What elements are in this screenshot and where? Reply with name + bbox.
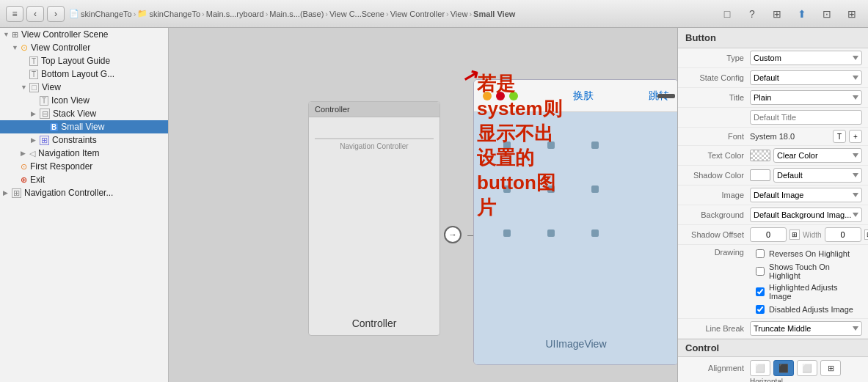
reverses-on-highlight-row: Reverses On Highlight xyxy=(750,246,862,261)
nav-controller-arrow: ▶ xyxy=(3,189,12,196)
shadow-h-stepper[interactable]: ⊞ xyxy=(864,229,868,240)
prop-row-line-break: Line Break Truncate Middle xyxy=(678,319,868,339)
upload-icon[interactable]: ⬆ xyxy=(792,6,812,22)
breadcrumb-item-3[interactable]: Main.s...ryboard xyxy=(206,10,264,18)
text-color-value-wrap: Clear Color xyxy=(750,148,862,163)
background-select[interactable]: Default Background Imag... xyxy=(750,207,862,222)
inspector-icon[interactable]: □ xyxy=(717,6,737,22)
traffic-light-green xyxy=(509,92,518,100)
sidebar-toggle[interactable]: ≡ xyxy=(6,6,23,22)
stack-view-icon: ⊟ xyxy=(40,109,50,119)
breadcrumb-item-2[interactable]: skinChangeTo xyxy=(149,10,200,18)
breadcrumb-item-5[interactable]: View C...Scene xyxy=(329,10,384,18)
text-color-select[interactable]: Clear Color xyxy=(773,148,862,163)
shadow-color-select[interactable]: Default xyxy=(773,168,862,183)
breadcrumb-item-1[interactable]: skinChangeTo xyxy=(81,10,132,18)
font-value: System 18.0 xyxy=(750,132,831,141)
width-label: Width xyxy=(803,231,822,239)
alignment-label: Alignment xyxy=(684,364,750,372)
stack-view-arrow: ▶ xyxy=(31,110,40,117)
tree-item-small-view[interactable]: B Small View xyxy=(0,120,168,133)
tree-item-view[interactable]: ▼ □ View xyxy=(0,81,168,94)
tree-item-stack-view[interactable]: ▶ ⊟ Stack View xyxy=(0,107,168,120)
align-center-h-btn[interactable]: ⬛ xyxy=(773,360,794,376)
prop-row-shadow-offset: Shadow Offset ⊞ Width ⊞ Height xyxy=(678,225,868,245)
tree-item-bottom-guide[interactable]: T Bottom Layout G... xyxy=(0,67,168,81)
nav-item-arrow: ▶ xyxy=(21,150,29,157)
drawing-label: Drawing xyxy=(684,246,750,257)
nav-back-btn[interactable]: ‹ xyxy=(26,6,44,22)
shadow-color-swatch[interactable] xyxy=(750,169,770,181)
breadcrumb-item-8[interactable]: Small View xyxy=(473,10,515,18)
image-select[interactable]: Default Image xyxy=(750,188,862,202)
tree-item-nav-item[interactable]: ▶ ◁ Navigation Item xyxy=(0,147,168,160)
font-t-btn[interactable]: T xyxy=(833,130,846,143)
prop-row-font: Font System 18.0 T + xyxy=(678,128,868,146)
small-view-icon: B xyxy=(50,123,58,131)
tree-item-constraints[interactable]: ▶ ⊞ Constraints xyxy=(0,133,168,147)
shows-touch-checkbox[interactable] xyxy=(756,267,765,276)
tree-item-nav-controller[interactable]: ▶ ⊞ Navigation Controller... xyxy=(0,186,168,199)
line-break-value-wrap: Truncate Middle xyxy=(750,321,862,336)
help-icon[interactable]: ? xyxy=(742,6,762,22)
disabled-adjusts-checkbox[interactable] xyxy=(756,305,765,314)
grid-dot-6 xyxy=(591,186,599,193)
tree-item-scene[interactable]: ▼ ⊞ View Controller Scene xyxy=(0,28,168,41)
prop-row-drawing: Drawing Reverses On Highlight Shows Touc… xyxy=(678,245,868,319)
constraints-icon: ⊞ xyxy=(40,136,49,145)
prop-row-alignment: Alignment ⬜ ⬛ ⬜ ⊞ Horizontal ⬜ ⬛ ⬜ ⊞ xyxy=(678,357,868,382)
nav-bar-indicator xyxy=(657,94,675,98)
state-config-select[interactable]: Default xyxy=(750,70,862,85)
grid-dot-1 xyxy=(503,142,511,149)
play-icon[interactable]: ⊞ xyxy=(842,6,862,22)
tree-item-exit[interactable]: ⊕ Exit xyxy=(0,173,168,186)
shadow-h-input[interactable] xyxy=(825,227,861,242)
text-color-label: Text Color xyxy=(684,151,750,160)
right-panel: Button Type Custom State Config Default … xyxy=(677,28,868,382)
image-value-wrap: Default Image xyxy=(750,188,862,202)
library-icon[interactable]: ⊞ xyxy=(767,6,787,22)
drawing-checks: Reverses On Highlight Shows Touch On Hig… xyxy=(750,246,862,317)
scheme-icon[interactable]: ⊡ xyxy=(817,6,837,22)
title-label: Title xyxy=(684,93,750,102)
font-plus-btn[interactable]: + xyxy=(849,130,862,143)
title-select[interactable]: Plain xyxy=(750,90,862,105)
breadcrumb-item-6[interactable]: View Controller xyxy=(390,10,445,18)
inspector-section-control: Control xyxy=(678,339,868,357)
reverses-on-highlight-checkbox[interactable] xyxy=(756,249,765,258)
tree-label-icon-view: Icon View xyxy=(51,95,90,106)
shadow-w-stepper[interactable]: ⊞ xyxy=(789,229,800,240)
tree-item-icon-view[interactable]: T Icon View xyxy=(0,94,168,107)
shows-touch-label: Shows Touch On Highlight xyxy=(769,262,856,280)
breadcrumb-item-7[interactable]: View xyxy=(451,10,468,18)
title-input[interactable] xyxy=(750,110,862,125)
align-left-btn[interactable]: ⬜ xyxy=(750,360,770,376)
top-guide-icon: T xyxy=(29,56,38,66)
shows-touch-row: Shows Touch On Highlight xyxy=(750,261,862,282)
reverses-on-highlight-label: Reverses On Highlight xyxy=(769,249,850,258)
align-fill-h-btn[interactable]: ⊞ xyxy=(820,360,841,376)
tree-label-nav-controller: Navigation Controller... xyxy=(24,188,113,198)
tree-item-top-guide[interactable]: T Top Layout Guide xyxy=(0,54,168,67)
prop-row-text-color: Text Color Clear Color xyxy=(678,146,868,166)
align-right-btn[interactable]: ⬜ xyxy=(797,360,817,376)
shadow-w-input[interactable] xyxy=(750,227,787,242)
text-color-swatch[interactable] xyxy=(750,150,770,161)
vc-icon: ⊙ xyxy=(21,43,28,53)
tree-item-vc[interactable]: ▼ ⊙ View Controller xyxy=(0,41,168,54)
shadow-offset-label: Shadow Offset xyxy=(684,230,750,239)
toolbar-right: □ ? ⊞ ⬆ ⊡ ⊞ xyxy=(717,6,862,22)
tree-item-first-responder[interactable]: ⊙ First Responder xyxy=(0,160,168,173)
canvas-area: Controller Navigation Controller Control… xyxy=(169,28,677,382)
nav-forward-btn[interactable]: › xyxy=(47,6,65,22)
type-select[interactable]: Custom xyxy=(750,51,862,65)
line-break-select[interactable]: Truncate Middle xyxy=(750,321,862,336)
highlighted-adjusts-row: Highlighted Adjusts Image xyxy=(750,282,862,302)
file-tree: ▼ ⊞ View Controller Scene ▼ ⊙ View Contr… xyxy=(0,28,169,382)
grid-dot-4 xyxy=(503,186,511,193)
breadcrumb-item-4[interactable]: Main.s...(Base) xyxy=(269,10,324,18)
image-label: Image xyxy=(684,191,750,199)
horizontal-label: Horizontal xyxy=(750,378,783,382)
grid-dot-5 xyxy=(547,186,555,193)
highlighted-adjusts-checkbox[interactable] xyxy=(756,287,765,296)
